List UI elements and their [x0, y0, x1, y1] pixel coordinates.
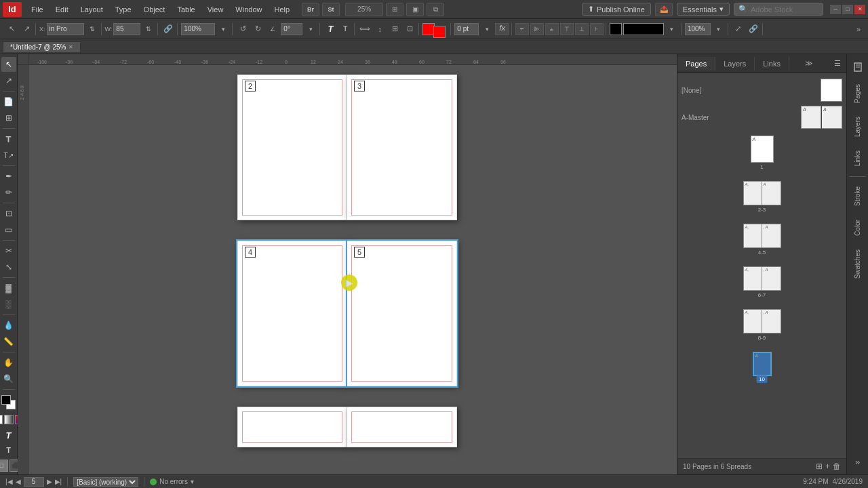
page-5[interactable]: 5: [347, 241, 457, 386]
menu-edit[interactable]: Edit: [50, 4, 74, 15]
angle1-arrow[interactable]: ▾: [304, 23, 317, 35]
align-bottom-btn[interactable]: ⊦: [590, 23, 604, 35]
stroke-arrow[interactable]: ▾: [480, 23, 494, 35]
page-thumb-2[interactable]: A,: [743, 181, 762, 205]
screen-mode-btn[interactable]: ▣: [406, 3, 424, 16]
far-right-layers-label[interactable]: Layers: [851, 111, 864, 142]
normal-view-btn[interactable]: □: [0, 460, 8, 472]
align-middle-btn[interactable]: ⊥: [575, 23, 589, 35]
zoom-display[interactable]: 25%: [345, 3, 383, 16]
first-page-btn[interactable]: |◀: [5, 478, 13, 485]
rect-frame-btn[interactable]: ⊡: [1, 206, 16, 221]
arrange-btn[interactable]: ⧉: [427, 3, 444, 16]
page-bottom-left[interactable]: [237, 407, 347, 447]
page-thumb-1[interactable]: A: [751, 136, 774, 163]
next-page-btn[interactable]: ▶: [47, 478, 52, 485]
page-thumb-9[interactable]: , A: [762, 309, 781, 333]
text-frame-icon[interactable]: T: [323, 23, 337, 35]
page-thumb-4[interactable]: A,: [743, 224, 762, 248]
gap-tool-btn[interactable]: ⊞: [1, 110, 16, 125]
x-input[interactable]: [47, 23, 84, 35]
constrain-icon[interactable]: 🔗: [161, 23, 175, 35]
align-right-btn[interactable]: ⫨: [545, 23, 559, 35]
menu-type[interactable]: Type: [110, 4, 137, 15]
prev-page-btn[interactable]: ◀: [16, 478, 21, 485]
search-input[interactable]: [751, 5, 818, 14]
tab-links[interactable]: Links: [755, 57, 789, 70]
rotate-cw-icon[interactable]: ↺: [236, 23, 250, 35]
document-tab[interactable]: *Untitled-7 @ 25% ✕: [3, 41, 81, 52]
relink-icon[interactable]: 🔗: [747, 23, 760, 35]
view-mode-btn[interactable]: ⊞: [386, 3, 403, 16]
tab-pages[interactable]: Pages: [677, 57, 715, 70]
stroke-style-btn[interactable]: [623, 23, 664, 35]
fill-swatch[interactable]: [1, 395, 11, 405]
zoom1-input[interactable]: [181, 23, 215, 35]
angle1-input[interactable]: [281, 23, 302, 35]
menu-view[interactable]: View: [202, 4, 229, 15]
maximize-btn[interactable]: □: [842, 5, 853, 14]
eyedropper-btn[interactable]: 💧: [1, 318, 16, 333]
new-page-section-btn[interactable]: ⊞: [816, 462, 823, 471]
position-icon[interactable]: ⊡: [403, 23, 416, 35]
st-app-btn[interactable]: St: [322, 3, 340, 16]
essentials-btn[interactable]: Essentials ▾: [677, 3, 730, 16]
rect-tool-btn[interactable]: ▭: [1, 222, 16, 237]
opacity-input[interactable]: [685, 23, 711, 35]
page-2[interactable]: 2: [237, 75, 347, 220]
text2-icon[interactable]: T: [338, 23, 352, 35]
zoom1-arrow[interactable]: ▾: [216, 23, 230, 35]
menu-help[interactable]: Help: [269, 4, 295, 15]
align-left-btn[interactable]: ⫧: [515, 23, 529, 35]
stroke-color-btn[interactable]: [610, 23, 622, 35]
last-page-btn[interactable]: ▶|: [55, 478, 62, 485]
measure-tool-btn[interactable]: 📏: [1, 334, 16, 349]
fx-btn[interactable]: fx: [495, 23, 509, 35]
none-fill-btn[interactable]: [4, 415, 14, 424]
br-app-btn[interactable]: Br: [302, 3, 319, 16]
style-select[interactable]: [Basic] (working): [73, 477, 138, 487]
text-tool-small[interactable]: T: [1, 443, 16, 458]
minimize-btn[interactable]: ─: [830, 5, 841, 14]
direct-select-icon[interactable]: ↗: [20, 23, 33, 35]
tab-close-btn[interactable]: ✕: [68, 44, 73, 50]
zoom-tool-btn[interactable]: 🔍: [1, 371, 16, 386]
panel-menu-btn[interactable]: ≫: [800, 56, 818, 70]
page-3[interactable]: 3: [347, 75, 457, 220]
page-thumb-7[interactable]: , A: [762, 266, 781, 291]
menu-layout[interactable]: Layout: [75, 4, 108, 15]
align-spread-icon[interactable]: ⊞: [388, 23, 401, 35]
menu-window[interactable]: Window: [230, 4, 267, 15]
tab-layers[interactable]: Layers: [715, 57, 755, 70]
menu-file[interactable]: File: [26, 4, 49, 15]
none-thumb[interactable]: [821, 79, 842, 102]
far-right-swatches-label[interactable]: Swatches: [851, 244, 864, 284]
scissors-tool-btn[interactable]: ✂: [1, 243, 16, 258]
hand-tool-btn[interactable]: ✋: [1, 355, 16, 370]
selection-tool-btn[interactable]: ↖: [1, 57, 16, 72]
new-page-btn[interactable]: +: [825, 462, 830, 471]
type-tool-btn[interactable]: T: [1, 131, 16, 146]
menu-table[interactable]: Table: [172, 4, 200, 15]
publish-online-btn[interactable]: ⬆ Publish Online: [582, 3, 651, 16]
far-right-links-label[interactable]: Links: [851, 145, 864, 171]
stroke-style-arrow[interactable]: ▾: [665, 23, 679, 35]
far-right-stroke-label[interactable]: Stroke: [851, 181, 864, 211]
frame-fitting-icon[interactable]: ⤢: [732, 23, 745, 35]
menu-object[interactable]: Object: [138, 4, 171, 15]
text-tool-large[interactable]: T: [1, 428, 16, 443]
direct-selection-btn[interactable]: ↗: [1, 73, 16, 88]
current-page-input[interactable]: [24, 477, 44, 487]
rotate-ccw-icon[interactable]: ↻: [251, 23, 264, 35]
delete-page-btn[interactable]: 🗑: [833, 462, 841, 471]
w-arrows-icon[interactable]: ⇅: [142, 23, 155, 35]
flip-v-icon[interactable]: ↕: [373, 23, 387, 35]
x-arrows-icon[interactable]: ⇅: [85, 23, 99, 35]
align-top-btn[interactable]: ⊤: [560, 23, 574, 35]
far-right-pages-label[interactable]: Pages: [851, 79, 864, 108]
page-bottom-right[interactable]: [347, 407, 457, 447]
page-thumb-3[interactable]: A: [762, 181, 781, 205]
align-center-btn[interactable]: ⫸: [530, 23, 544, 35]
selection-tool-icon[interactable]: ↖: [5, 23, 18, 35]
gradient-tool-btn[interactable]: ▓: [1, 281, 16, 296]
